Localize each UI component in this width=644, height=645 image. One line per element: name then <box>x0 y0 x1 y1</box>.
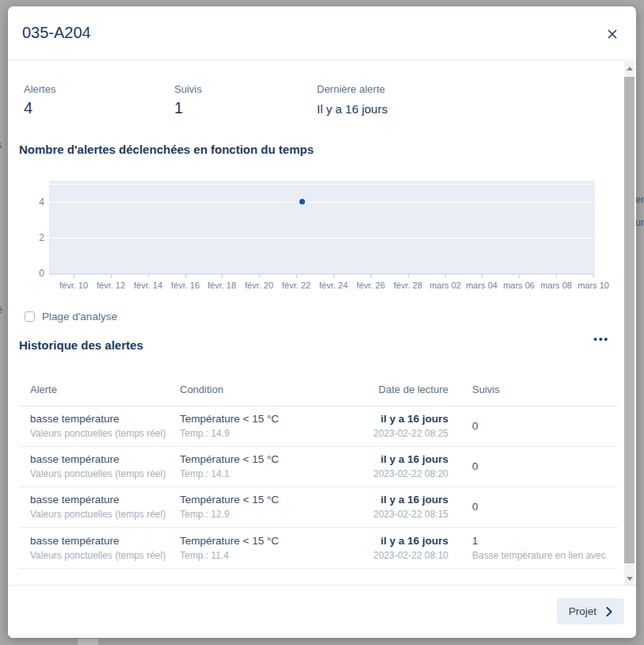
condition-value: Temp.: 11.4 <box>180 549 364 563</box>
x-axis-tick-label: févr. 20 <box>245 281 273 290</box>
history-menu-button[interactable]: ••• <box>593 333 609 345</box>
column-header-condition: Condition <box>180 384 364 395</box>
x-axis-tick-label: févr. 16 <box>171 281 200 290</box>
date-relative: il y a 16 jours <box>364 452 448 467</box>
close-button[interactable] <box>606 29 619 41</box>
x-axis-tick <box>74 275 74 278</box>
column-header-date: Date de lecture <box>364 384 448 395</box>
modal-overlay: s é er ur 035-A204 Alertes 4 Suivis 1 De… <box>0 0 644 645</box>
suivis-count: 0 <box>472 500 618 514</box>
date-absolute: 2023-02-22 08:10 <box>364 549 448 563</box>
x-axis-tick-label: févr. 28 <box>394 281 422 290</box>
date-absolute: 2023-02-22 08:20 <box>364 468 448 481</box>
x-axis-tick <box>593 275 594 278</box>
date-relative: il y a 16 jours <box>364 493 448 507</box>
scrollbar-thumb[interactable] <box>624 77 634 563</box>
condition-text: Température < 15 °C <box>180 534 364 548</box>
suivis-cell: 0 <box>448 452 618 481</box>
x-axis-tick-label: févr. 22 <box>282 281 311 290</box>
suivis-cell: 0 <box>448 493 618 521</box>
x-axis-tick <box>482 275 482 278</box>
x-axis-tick-label: mars 02 <box>429 281 461 290</box>
alert-cell: basse température Valeurs ponctuelles (t… <box>30 533 180 563</box>
x-axis-tick <box>296 275 297 278</box>
ellipsis-icon: ••• <box>593 333 609 345</box>
suivis-cell: 1 Basse température en lien avec <box>448 533 618 563</box>
alert-cell: basse température Valeurs ponctuelles (t… <box>30 412 180 441</box>
stat-value: 1 <box>174 99 202 117</box>
condition-value: Temp.: 14.1 <box>180 468 364 481</box>
table-row: basse température Valeurs ponctuelles (t… <box>19 447 618 487</box>
x-axis-tick <box>148 275 149 278</box>
x-axis-tick-label: mars 04 <box>466 281 497 290</box>
stat-label: Dernière alerte <box>317 83 387 95</box>
x-axis-tick <box>222 275 223 278</box>
suivis-count: 1 <box>472 534 618 548</box>
x-axis-tick <box>556 275 557 278</box>
y-axis-tick-label: 2 <box>11 232 44 243</box>
condition-cell: Température < 15 °C Temp.: 11.4 <box>180 533 364 563</box>
date-cell: il y a 16 jours 2023-02-22 08:25 <box>364 412 448 441</box>
x-axis-tick <box>371 275 372 278</box>
alerts-history-table: Alerte Condition Date de lecture Suivis … <box>19 372 618 569</box>
suivis-count: 0 <box>472 460 618 474</box>
stat-label: Suivis <box>174 83 202 95</box>
project-button-label: Projet <box>569 605 596 617</box>
x-axis-tick <box>111 275 112 278</box>
background-page-fragment: é <box>0 305 2 315</box>
alert-source: Valeurs ponctuelles (temps réel) <box>30 427 180 441</box>
close-icon <box>607 29 618 40</box>
chart-plot-area <box>49 181 595 275</box>
analysis-range-checkbox[interactable] <box>25 311 35 322</box>
condition-value: Temp.: 14.9 <box>180 427 364 441</box>
chart-data-point <box>299 199 305 204</box>
history-section-title: Historique des alertes <box>19 338 143 352</box>
scroll-down-arrow-icon[interactable] <box>627 577 633 581</box>
date-absolute: 2023-02-22 08:25 <box>364 427 448 441</box>
chart-gridline <box>49 238 595 239</box>
scroll-up-arrow-icon[interactable] <box>627 67 633 71</box>
x-axis-tick-label: mars 10 <box>577 281 609 290</box>
alert-name: basse température <box>30 534 180 548</box>
analysis-range-label: Plage d'analyse <box>42 311 117 322</box>
x-axis-tick <box>445 275 446 278</box>
suivis-note: Basse température en lien avec <box>472 549 618 563</box>
chart-gridline <box>49 202 595 203</box>
dialog-title: 035-A204 <box>22 24 91 42</box>
stat-value: Il y a 16 jours <box>317 102 387 116</box>
alert-name: basse température <box>30 412 180 426</box>
stat-alertes: Alertes 4 <box>24 83 55 117</box>
date-cell: il y a 16 jours 2023-02-22 08:15 <box>364 493 448 521</box>
alert-cell: basse température Valeurs ponctuelles (t… <box>30 452 180 481</box>
x-axis-tick-label: mars 06 <box>503 281 535 290</box>
date-cell: il y a 16 jours 2023-02-22 08:20 <box>364 452 448 481</box>
analysis-range-row: Plage d'analyse <box>25 311 117 322</box>
stat-suivis: Suivis 1 <box>174 83 202 117</box>
condition-text: Température < 15 °C <box>180 412 364 426</box>
column-header-alerte: Alerte <box>30 384 180 395</box>
project-button[interactable]: Projet <box>557 598 624 624</box>
alerts-chart: 024févr. 10févr. 12févr. 14févr. 16févr.… <box>8 174 624 301</box>
device-detail-dialog: 035-A204 Alertes 4 Suivis 1 Dernière ale… <box>8 6 636 638</box>
vertical-scrollbar[interactable] <box>624 61 634 585</box>
condition-cell: Température < 15 °C Temp.: 14.9 <box>180 412 364 441</box>
x-axis-tick-label: févr. 24 <box>319 281 348 290</box>
alert-source: Valeurs ponctuelles (temps réel) <box>30 468 180 481</box>
table-row: basse température Valeurs ponctuelles (t… <box>19 528 618 569</box>
y-axis-tick-label: 4 <box>11 197 44 208</box>
chart-gridline <box>49 184 595 185</box>
y-axis-tick-label: 0 <box>11 268 44 279</box>
x-axis-tick-label: févr. 12 <box>97 281 125 290</box>
column-header-suivis: Suivis <box>448 384 618 395</box>
background-page-fragment: ur <box>635 216 644 228</box>
x-axis-tick <box>333 275 334 278</box>
x-axis-tick <box>519 275 520 278</box>
dialog-header: 035-A204 <box>8 6 636 60</box>
condition-text: Température < 15 °C <box>180 452 364 467</box>
x-axis-tick-label: févr. 14 <box>134 281 162 290</box>
x-axis-tick-label: févr. 26 <box>356 281 385 290</box>
table-row: basse température Valeurs ponctuelles (t… <box>19 487 618 528</box>
stat-derniere-alerte: Dernière alerte Il y a 16 jours <box>317 83 387 116</box>
alert-source: Valeurs ponctuelles (temps réel) <box>30 549 180 563</box>
date-cell: il y a 16 jours 2023-02-22 08:10 <box>364 533 448 563</box>
